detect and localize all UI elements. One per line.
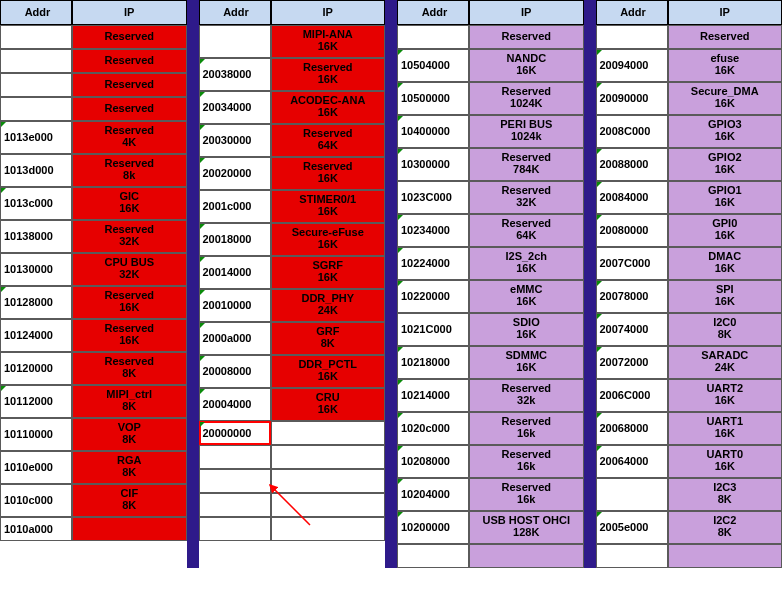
memory-row: 10138000Reserved32K: [0, 220, 187, 253]
ip-cell: GRF8K: [271, 322, 386, 355]
header-addr: Addr: [0, 0, 72, 25]
memory-row: 10110000VOP8K: [0, 418, 187, 451]
addr-cell: [199, 469, 271, 493]
ip-cell: Reserved16K: [72, 319, 187, 352]
memory-row: 10220000eMMC16K: [397, 280, 584, 313]
addr-cell: 20000000: [199, 421, 271, 445]
memory-row: 2007C000DMAC16K: [596, 247, 783, 280]
addr-cell: 20090000: [596, 82, 668, 115]
ip-label: RGA8K: [117, 455, 141, 478]
ip-label: Reserved16K: [104, 290, 154, 313]
memory-row: 20088000GPIO216K: [596, 148, 783, 181]
addr-cell: 20004000: [199, 388, 271, 421]
addr-cell: 1023C000: [397, 181, 469, 214]
memory-row: 2001c000STIMER0/116K: [199, 190, 386, 223]
header-addr: Addr: [596, 0, 668, 25]
addr-cell: 10200000: [397, 511, 469, 544]
addr-cell: 20034000: [199, 91, 271, 124]
ip-cell: Reserved16k: [469, 445, 584, 478]
pane-separator: [385, 0, 397, 568]
ip-label: Reserved784K: [501, 152, 551, 175]
ip-cell: Reserved784K: [469, 148, 584, 181]
ip-cell: Reserved: [72, 73, 187, 97]
ip-cell: [271, 493, 386, 517]
ip-label: CRU16K: [316, 392, 340, 415]
ip-cell: Reserved: [469, 25, 584, 49]
memory-map-pane: AddrIPReserved20094000efuse16K20090000Se…: [596, 0, 783, 568]
memory-row: MIPI-ANA16K: [199, 25, 386, 58]
ip-cell: [271, 445, 386, 469]
ip-cell: Reserved64K: [469, 214, 584, 247]
ip-label: USB HOST OHCI128K: [483, 515, 570, 538]
ip-cell: STIMER0/116K: [271, 190, 386, 223]
memory-row: 1010e000RGA8K: [0, 451, 187, 484]
addr-cell: [0, 49, 72, 73]
addr-cell: 10120000: [0, 352, 72, 385]
memory-row: 20008000DDR_PCTL16K: [199, 355, 386, 388]
memory-row: 20034000ACODEC-ANA16K: [199, 91, 386, 124]
ip-cell: GPI016K: [668, 214, 783, 247]
ip-cell: Reserved16K: [72, 286, 187, 319]
pane-separator: [584, 0, 596, 568]
ip-label: DMAC16K: [708, 251, 741, 274]
memory-row: 20072000SARADC24K: [596, 346, 783, 379]
memory-row: [199, 517, 386, 541]
ip-label: I2C08K: [713, 317, 736, 340]
addr-cell: 10138000: [0, 220, 72, 253]
ip-cell: efuse16K: [668, 49, 783, 82]
addr-cell: 10130000: [0, 253, 72, 286]
pane-separator: [187, 0, 199, 568]
addr-cell: 10234000: [397, 214, 469, 247]
memory-map-pane: AddrIPReserved10504000NANDC16K10500000Re…: [397, 0, 584, 568]
memory-row: 1013e000Reserved4K: [0, 121, 187, 154]
ip-label: Reserved8K: [104, 356, 154, 379]
ip-cell: GPIO216K: [668, 148, 783, 181]
header-addr: Addr: [397, 0, 469, 25]
ip-label: GPIO116K: [708, 185, 742, 208]
memory-row: 1021C000SDIO16K: [397, 313, 584, 346]
ip-label: Reserved: [700, 31, 750, 43]
ip-label: Reserved16k: [501, 449, 551, 472]
header-ip: IP: [72, 0, 187, 25]
memory-row: 10224000I2S_2ch16K: [397, 247, 584, 280]
addr-cell: [596, 544, 668, 568]
addr-cell: 2006C000: [596, 379, 668, 412]
addr-cell: 20084000: [596, 181, 668, 214]
memory-row: 1023C000Reserved32K: [397, 181, 584, 214]
ip-cell: Reserved16K: [271, 58, 386, 91]
memory-row: 10214000Reserved32k: [397, 379, 584, 412]
ip-label: Reserved32K: [501, 185, 551, 208]
memory-row: 10208000Reserved16k: [397, 445, 584, 478]
addr-cell: [0, 73, 72, 97]
addr-cell: 1013c000: [0, 187, 72, 220]
addr-cell: 10128000: [0, 286, 72, 319]
ip-cell: [668, 544, 783, 568]
ip-cell: UART216K: [668, 379, 783, 412]
memory-row: Reserved: [0, 73, 187, 97]
memory-row: 2000a000GRF8K: [199, 322, 386, 355]
addr-cell: 10224000: [397, 247, 469, 280]
ip-label: Reserved16k: [501, 416, 551, 439]
addr-cell: 20014000: [199, 256, 271, 289]
ip-label: Reserved32k: [501, 383, 551, 406]
addr-cell: [199, 517, 271, 541]
header-ip: IP: [668, 0, 783, 25]
ip-cell: Reserved16K: [271, 157, 386, 190]
ip-cell: Reserved1024K: [469, 82, 584, 115]
memory-row: 1010c000CIF8K: [0, 484, 187, 517]
memory-row: [596, 544, 783, 568]
ip-cell: Secure_DMA16K: [668, 82, 783, 115]
ip-cell: UART016K: [668, 445, 783, 478]
addr-cell: 1010c000: [0, 484, 72, 517]
addr-cell: 10110000: [0, 418, 72, 451]
ip-cell: Reserved: [668, 25, 783, 49]
ip-label: MIPI_ctrl8K: [106, 389, 152, 412]
memory-row: 10200000USB HOST OHCI128K: [397, 511, 584, 544]
memory-row: 20030000Reserved64K: [199, 124, 386, 157]
addr-cell: 2001c000: [199, 190, 271, 223]
ip-cell: CRU16K: [271, 388, 386, 421]
column-header-row: AddrIP: [596, 0, 783, 25]
ip-label: CIF8K: [120, 488, 138, 511]
memory-row: Reserved: [0, 49, 187, 73]
ip-cell: Reserved32k: [469, 379, 584, 412]
